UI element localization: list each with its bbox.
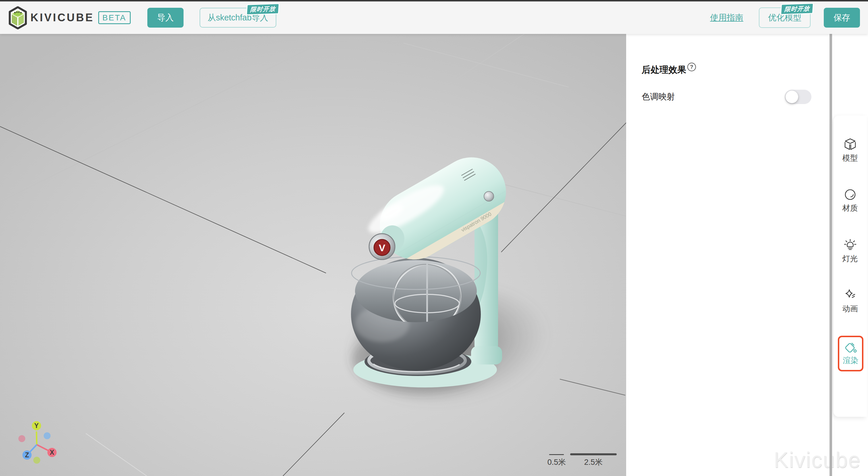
axis-z-label: Z [25,451,29,459]
panel-scrollbar[interactable] [830,34,832,476]
panel-title: 后处理效果 [642,65,686,75]
render-settings-panel: 后处理效果 ? 色调映射 [626,34,830,476]
sphere-icon [844,188,857,201]
sparkle-icon [844,289,857,302]
axis-neg-y-ball[interactable] [33,457,40,464]
3d-viewport[interactable]: vispatron 9000 V [0,34,626,476]
scale-bar-large [570,453,617,455]
light-bulb-icon [844,239,857,252]
scene-render: vispatron 9000 V [0,34,626,476]
window-top-strip [0,0,868,1]
cube-icon [844,138,857,151]
kivicube-watermark: Kivicube [774,447,861,472]
sidebar-item-label: 动画 [842,303,858,314]
axis-y-ball[interactable]: Y [32,421,41,430]
axis-z-ball[interactable]: Z [22,450,32,459]
sidebar-item-model[interactable]: 模型 [832,138,868,163]
sidebar-item-label: 渲染 [843,355,859,366]
axis-neg-z-ball[interactable] [44,432,51,439]
scale-label-large: 2.5米 [577,457,610,467]
limited-time-badge: 限时开放 [246,3,279,15]
limited-time-badge: 限时开放 [780,3,814,15]
mixer-model[interactable]: vispatron 9000 V [345,145,556,414]
axis-y-label: Y [34,422,38,429]
tone-mapping-label: 色调映射 [642,91,675,102]
scale-bar-small [549,454,564,455]
import-button[interactable]: 导入 [147,8,184,28]
sidebar-item-label: 灯光 [842,254,858,264]
help-icon[interactable]: ? [687,63,696,71]
axis-gizmo[interactable]: Y X Z [11,411,74,471]
sketchfab-import-button[interactable]: 从sketchfab导入 限时开放 [199,8,276,28]
beta-badge: BETA [98,11,131,24]
axis-x-ball[interactable]: X [48,448,57,457]
paint-bucket-icon [844,341,857,355]
sidebar-item-label: 模型 [842,153,858,163]
kivicube-logo-icon [8,6,28,29]
brand-wordmark: KIVICUBE [30,11,94,24]
mixer-badge-letter: V [379,242,385,253]
scale-label-small: 0.5米 [542,457,571,467]
tool-sidebar: 模型 材质 [832,34,868,476]
optimize-model-button[interactable]: 优化模型 限时开放 [759,7,811,28]
sidebar-item-label: 材质 [842,203,858,213]
save-button[interactable]: 保存 [824,8,860,28]
toggle-knob [785,91,798,103]
sidebar-item-material[interactable]: 材质 [832,188,868,213]
header-bar: KIVICUBE BETA 导入 从sketchfab导入 限时开放 使用指南 … [0,1,868,34]
axis-neg-x-ball[interactable] [19,435,25,442]
user-guide-link[interactable]: 使用指南 [710,12,743,24]
main-area: vispatron 9000 V [0,34,868,476]
sidebar-item-light[interactable]: 灯光 [832,239,868,264]
floor-grid [0,34,626,476]
tone-mapping-toggle[interactable] [785,90,811,104]
axis-x-label: X [50,449,54,456]
sidebar-item-animation[interactable]: 动画 [832,289,868,314]
sidebar-item-render-active[interactable]: 渲染 [838,336,863,371]
